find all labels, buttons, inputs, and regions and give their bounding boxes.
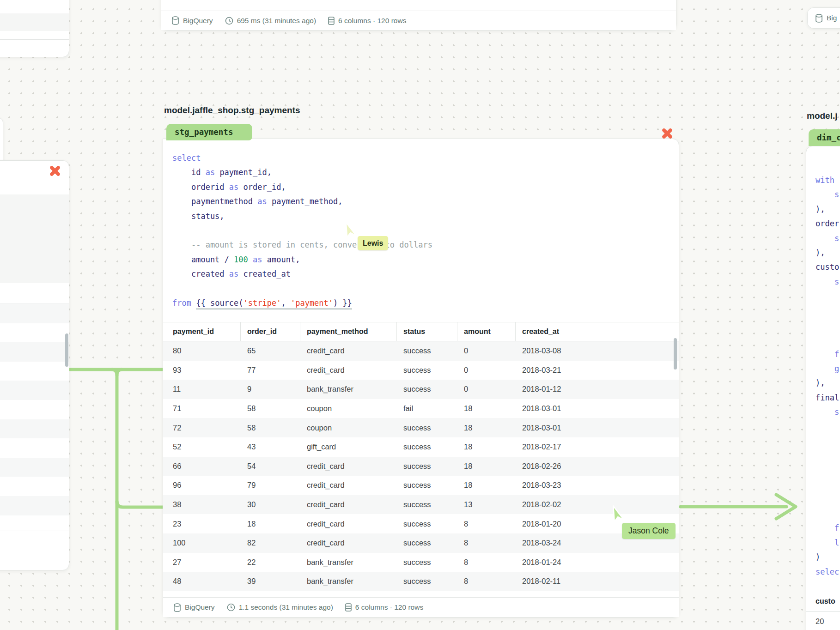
column-header[interactable]: status: [397, 322, 457, 341]
database-icon: [171, 16, 179, 25]
table-cell: 71: [163, 404, 241, 413]
code-line: orderid as order_id,: [172, 180, 670, 194]
code-line: [816, 478, 840, 492]
table-cell: 8: [457, 520, 516, 528]
table-row: 5243gift_cardsuccess182018-02-17: [163, 437, 679, 457]
columns-icon: [345, 603, 352, 612]
code-line: ): [816, 550, 840, 564]
table-cell: 80: [163, 346, 241, 355]
close-icon[interactable]: [49, 165, 61, 176]
table-row: 8065credit_cardsuccess02018-03-08: [163, 341, 679, 361]
top-right-node-card[interactable]: Big: [807, 7, 840, 29]
table-cell: success: [397, 442, 457, 451]
code-line: s: [816, 231, 840, 246]
columns-icon: [328, 17, 335, 25]
table-cell: 54: [241, 462, 300, 471]
node-tab-stg-payments[interactable]: stg_payments: [166, 124, 252, 140]
table-cell: 2018-02-17: [516, 442, 587, 451]
code-line: [816, 420, 840, 434]
table-cell: 58: [241, 424, 300, 432]
table-cell: 30: [241, 500, 300, 509]
timing-label: 1.1 seconds (31 minutes ago): [239, 603, 333, 612]
table-cell: success: [397, 385, 457, 394]
code-line: [172, 282, 670, 296]
table-cell: 2018-03-21: [516, 366, 587, 375]
table-cell: success: [397, 366, 457, 375]
code-line: [816, 448, 840, 463]
code-line: [816, 289, 840, 303]
stg-payments-node-card[interactable]: select id as payment_id, orderid as orde…: [163, 139, 679, 618]
main-card-scrollbar[interactable]: [674, 338, 677, 370]
dim-customers-node-card[interactable]: withs),orders),custosfg),finalsfl)selec …: [806, 146, 840, 630]
database-icon: [173, 603, 181, 612]
table-cell: 2018-03-08: [516, 346, 587, 355]
table-cell: 93: [163, 366, 241, 375]
table-cell: 27: [163, 558, 241, 567]
node-tab-dim-customers[interactable]: dim_c: [809, 129, 840, 146]
table-cell: bank_transfer: [300, 385, 397, 394]
collaborator-name: Lewis: [363, 239, 383, 248]
dag-canvas[interactable]: 5549bank_transfersuccess02018-03-13 BigQ…: [0, 0, 840, 630]
code-line: ),: [816, 202, 840, 217]
cursor-name-badge: Jason Cole: [622, 523, 676, 539]
code-line: s: [816, 188, 840, 202]
table-cell: 38: [163, 500, 241, 509]
close-icon[interactable]: [662, 128, 673, 139]
column-header: custo: [816, 597, 835, 606]
table-cell: 2018-02-11: [516, 577, 587, 586]
top-left-node-card[interactable]: [0, 0, 69, 57]
column-header[interactable]: created_at: [516, 322, 587, 341]
table-row: 2722bank_transfersuccess82018-01-24: [163, 553, 679, 572]
results-table: payment_idorder_idpayment_methodstatusam…: [163, 322, 679, 599]
left-card-scrollbar[interactable]: [65, 333, 68, 367]
sql-editor[interactable]: withs),orders),custosfg),finalsfl)selec: [816, 173, 840, 579]
engine-group: BigQuery: [171, 16, 213, 25]
table-cell: 52: [163, 442, 241, 451]
cursor-name-badge: Lewis: [358, 236, 388, 250]
tab-label: stg_payments: [175, 127, 233, 137]
table-cell: success: [397, 558, 457, 567]
left-node-card[interactable]: [0, 160, 69, 570]
table-cell: 43: [241, 442, 300, 451]
table-cell: 2018-03-24: [516, 539, 587, 547]
code-line: custo: [816, 260, 840, 274]
code-line: from {{ source('stripe', 'payment') }}: [172, 296, 670, 310]
table-cell: 0: [457, 385, 516, 394]
clock-icon: [227, 603, 235, 612]
edge-trunk-vertical: [112, 370, 117, 630]
table-row: 9377credit_cardsuccess02018-03-21: [163, 361, 679, 380]
code-line: [172, 224, 670, 238]
code-line: f: [816, 347, 840, 362]
table-cell: 23: [163, 520, 241, 528]
table-cell: 18: [457, 462, 516, 471]
table-cell: credit_card: [300, 539, 397, 547]
column-header[interactable]: [587, 322, 680, 341]
column-header[interactable]: order_id: [241, 322, 300, 341]
column-header[interactable]: payment_method: [300, 322, 397, 341]
table-cell: success: [397, 481, 457, 490]
table-cell: 8: [457, 558, 516, 567]
table-cell: credit_card: [300, 520, 397, 528]
shape-group: 6 columns · 120 rows: [345, 603, 423, 612]
table-cell: 2018-03-01: [516, 404, 587, 413]
table-cell: credit_card: [300, 346, 397, 355]
table-cell: 77: [241, 366, 300, 375]
code-line: select: [172, 151, 670, 165]
table-row: 9679credit_cardsuccess182018-03-23: [163, 476, 679, 495]
table-cell: 2018-01-12: [516, 385, 587, 394]
table-row: 119bank_transfersuccess02018-01-12: [163, 380, 679, 399]
table-cell: success: [397, 346, 457, 355]
sql-editor[interactable]: select id as payment_id, orderid as orde…: [172, 151, 670, 310]
table-cell: 8: [457, 577, 516, 586]
divider: [0, 531, 69, 531]
code-line: l: [816, 536, 840, 550]
table-row: 7158couponfail182018-03-01: [163, 399, 679, 418]
table-row: [0, 13, 69, 31]
column-header[interactable]: payment_id: [163, 322, 241, 341]
table-cell: success: [397, 424, 457, 432]
table-body[interactable]: 8065credit_cardsuccess02018-03-089377cre…: [163, 341, 679, 599]
column-header[interactable]: amount: [457, 322, 516, 341]
top-node-card[interactable]: 5549bank_transfersuccess02018-03-13 BigQ…: [161, 0, 676, 30]
table-row: 20: [806, 612, 840, 630]
table-rows-skeleton: [0, 304, 69, 531]
